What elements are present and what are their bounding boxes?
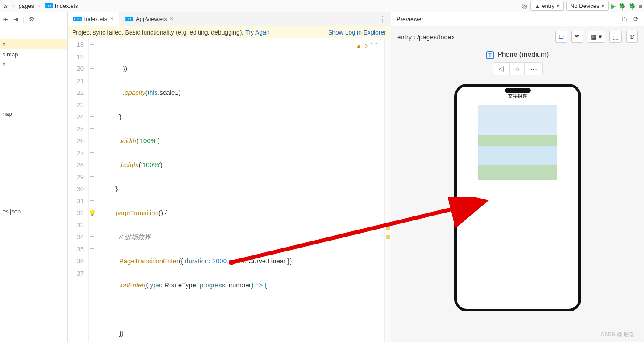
profile-button[interactable]: 🪲	[629, 3, 636, 10]
tab-index[interactable]: ETSIndex.ets✕	[68, 12, 119, 26]
project-tools: ⇤ ⇥ | ⚙ —	[0, 12, 68, 26]
previewer-header: Previewer Tᴛ ⟳	[391, 12, 644, 26]
stop-button[interactable]: ■	[639, 3, 642, 10]
phone-preview: 文字组件	[454, 84, 581, 311]
gear-icon[interactable]: ⚙	[29, 16, 35, 23]
warning-badge[interactable]: ▲3ˆˇ	[356, 40, 377, 52]
sidebar-item[interactable]: s	[0, 59, 67, 70]
module-dropdown[interactable]: ▲entry	[530, 1, 564, 11]
code-text[interactable]: ▲3ˆˇ }) .opacity(this.scale1) } .width('…	[99, 38, 384, 342]
code-area[interactable]: 1819202122232425262728293031323334353637…	[68, 38, 391, 342]
sidebar-item[interactable]: s.map	[0, 49, 67, 59]
close-icon[interactable]: ✕	[170, 16, 173, 22]
device-label: TPhone (medium)	[391, 47, 644, 62]
phone-notch	[505, 88, 531, 93]
project-sidebar: s s.map s nap es.json	[0, 26, 68, 342]
sidebar-item[interactable]: nap	[0, 109, 67, 119]
watermark: CSDN @-耿瑞-	[600, 331, 636, 339]
phone-side-button	[580, 143, 581, 160]
layers-button[interactable]: ≋	[571, 31, 583, 43]
tabs-row: ⇤ ⇥ | ⚙ — ETSIndex.ets✕ ETSAppView.ets✕ …	[0, 12, 644, 26]
breadcrumb-ts[interactable]: ts	[2, 2, 10, 10]
target-icon[interactable]: ◎	[521, 3, 528, 10]
lightbulb-icon[interactable]: 💡	[89, 207, 96, 220]
sidebar-item[interactable]: s	[0, 39, 67, 49]
rotate-button[interactable]: ⟐	[509, 62, 525, 75]
breadcrumb: ts › pages › ETSIndex.ets	[2, 2, 80, 10]
previewer-panel: entry : /pages/Index ⊡ ≋ ▦ ▾ ⬚ ⊕ TPhone …	[391, 26, 644, 342]
chevron-right-icon: ›	[11, 3, 15, 9]
editor-tabs: ETSIndex.ets✕ ETSAppView.ets✕ ⋮	[68, 12, 391, 26]
crop-button[interactable]: ⬚	[609, 31, 622, 43]
phone-side-button	[580, 174, 581, 191]
zoom-button[interactable]: ⊕	[626, 31, 638, 43]
device-controls: ◁ ⟐ ⋯	[391, 62, 644, 75]
breadcrumb-index[interactable]: ETSIndex.ets	[43, 2, 80, 10]
debug-button[interactable]: 🪲	[619, 3, 626, 10]
code-editor: Project sync failed. Basic functionality…	[68, 26, 391, 342]
device-dropdown[interactable]: No Devices	[566, 1, 608, 11]
top-toolbar: ts › pages › ETSIndex.ets ◎ ▲entry No De…	[0, 0, 644, 12]
try-again-link[interactable]: Try Again	[245, 29, 271, 36]
chevron-down-icon	[601, 5, 605, 7]
preview-path: entry : /pages/Index	[397, 33, 455, 41]
minimap[interactable]	[384, 38, 391, 342]
back-button[interactable]: ◁	[493, 62, 509, 75]
expand-icon[interactable]: ⇥	[13, 16, 18, 23]
inspect-button[interactable]: ⊡	[555, 31, 567, 43]
more-tabs-icon[interactable]: ⋮	[375, 15, 391, 23]
device-icon: T	[486, 51, 494, 59]
more-button[interactable]: ⋯	[525, 62, 543, 75]
sync-banner: Project sync failed. Basic functionality…	[68, 26, 391, 38]
banner-message: Project sync failed. Basic functionality…	[72, 29, 243, 36]
chevron-down-icon: ˇ	[375, 40, 377, 52]
tab-appview[interactable]: ETSAppView.ets✕	[119, 12, 179, 26]
collapse-icon[interactable]: ⇤	[3, 16, 9, 23]
close-icon[interactable]: ✕	[110, 16, 114, 22]
line-gutter: 1819202122232425262728293031323334353637	[68, 38, 89, 342]
sidebar-item[interactable]: es.json	[0, 206, 67, 216]
run-button[interactable]: ▶	[611, 3, 616, 10]
preview-image	[478, 105, 557, 180]
fold-column: 💡	[89, 38, 99, 342]
minus-icon[interactable]: —	[39, 16, 45, 23]
chevron-right-icon: ›	[38, 3, 41, 9]
show-log-link[interactable]: Show Log in Explorer	[328, 29, 386, 36]
chevron-down-icon	[556, 5, 560, 7]
ets-icon: ETS	[125, 17, 133, 21]
breadcrumb-pages[interactable]: pages	[17, 2, 35, 10]
ets-icon: ETS	[45, 3, 53, 8]
divider-icon: |	[23, 16, 24, 23]
text-scale-icon[interactable]: Tᴛ	[621, 15, 629, 23]
chevron-up-icon: ˆ	[370, 40, 372, 52]
ets-icon: ETS	[73, 17, 82, 21]
refresh-icon[interactable]: ⟳	[633, 15, 639, 23]
previewer-title: Previewer	[396, 16, 423, 23]
grid-button[interactable]: ▦ ▾	[588, 31, 605, 43]
